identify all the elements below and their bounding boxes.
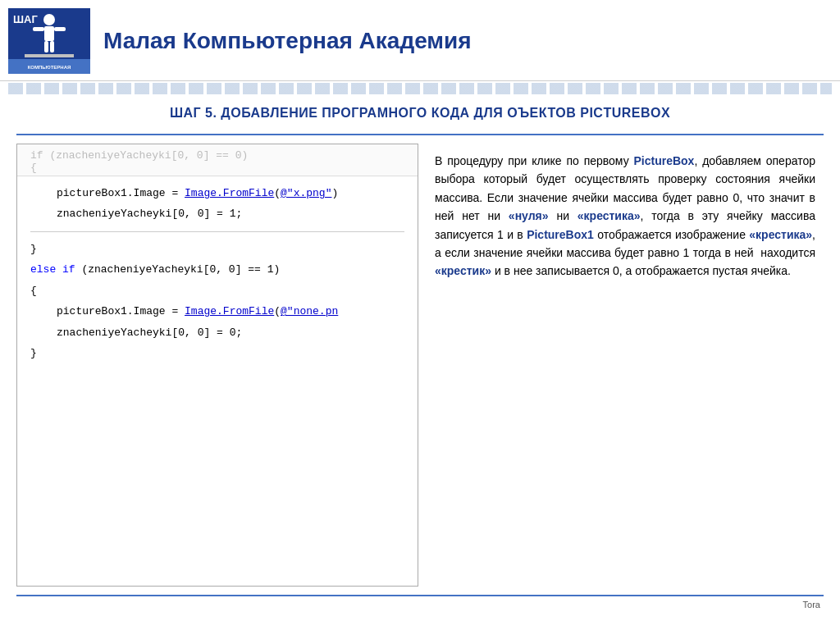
svg-text:КОМПЬЮТЕРНАЯ: КОМПЬЮТЕРНАЯ (28, 65, 71, 70)
code-line-7: znacheniyeYacheyki[0, 0] = 0; (30, 322, 404, 343)
header-title: Малая Компьютерная Академия (103, 28, 472, 54)
code-line-3: } (30, 239, 404, 259)
keyword-else-if: else if (30, 263, 75, 276)
image-fromfile-link2: Image.FromFile (185, 305, 274, 317)
code-panel: if (znacheniyeYacheyki[0, 0] == 0) { pic… (16, 144, 418, 587)
svg-rect-5 (44, 41, 48, 52)
description-text: В процедуру при клике по первому Picture… (435, 152, 815, 281)
step-title: ШАГ 5. ДОБАВЛЕНИЕ ПРОГРАМНОГО КОДА ДЛЯ О… (16, 106, 824, 121)
svg-rect-6 (50, 41, 54, 52)
code-line-8: } (30, 343, 404, 363)
logo: КОМПЬЮТЕРНАЯ ШАГ (8, 8, 90, 74)
svg-rect-2 (44, 26, 54, 41)
string-x-png: @"x.png" (281, 187, 331, 199)
highlight-krestika: «крестика» (578, 209, 641, 222)
svg-rect-7 (25, 54, 74, 57)
highlight-krestika-2: «крестика» (749, 228, 812, 241)
description-panel: В процедуру при клике по первому Picture… (418, 144, 824, 587)
highlight-picturebox1: PictureBox1 (527, 228, 594, 241)
code-separator-1 (30, 231, 404, 232)
code-body: pictureBox1.Image = Image.FromFile(@"x.p… (17, 176, 418, 371)
highlight-nulya: «нуля» (509, 209, 549, 222)
code-hint: if (znacheniyeYacheyki[0, 0] == 0) { (17, 144, 418, 176)
code-line-6: pictureBox1.Image = Image.FromFile(@"non… (30, 301, 404, 322)
code-line-1: pictureBox1.Image = Image.FromFile(@"x.p… (30, 183, 404, 203)
svg-rect-4 (54, 27, 66, 31)
svg-text:ШАГ: ШАГ (13, 13, 38, 25)
decorative-stripe (0, 83, 840, 94)
image-fromfile-link1: Image.FromFile (185, 187, 274, 199)
code-line-5: { (30, 281, 404, 301)
main-content: if (znacheniyeYacheyki[0, 0] == 0) { pic… (0, 144, 840, 587)
code-line-4: else if (znacheniyeYacheyki[0, 0] == 1) (30, 259, 404, 280)
highlight-krestik-3: «крестик» (435, 264, 491, 277)
svg-point-1 (43, 14, 55, 25)
highlight-picturebox-1: PictureBox (634, 154, 695, 167)
svg-rect-3 (33, 27, 44, 31)
footer-note: Tora (0, 596, 840, 609)
header: КОМПЬЮТЕРНАЯ ШАГ Малая Компьютерная Акад… (0, 0, 840, 81)
title-divider (16, 134, 824, 135)
string-none-png: @"none.pn (281, 305, 338, 317)
code-line-2: znacheniyeYacheyki[0, 0] = 1; (30, 203, 404, 224)
step-title-wrapper: ШАГ 5. ДОБАВЛЕНИЕ ПРОГРАМНОГО КОДА ДЛЯ О… (0, 94, 840, 129)
